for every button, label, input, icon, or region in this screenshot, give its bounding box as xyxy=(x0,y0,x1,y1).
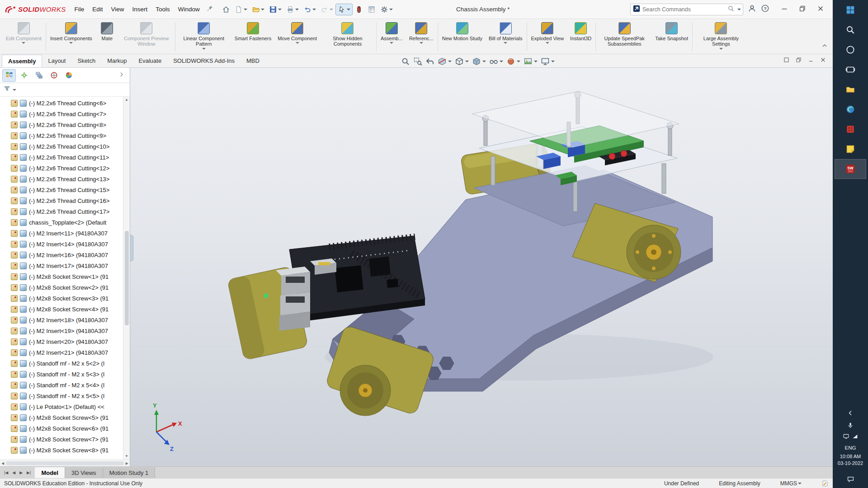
tree-item[interactable]: (-) M2 Insert<11> (94180A307 xyxy=(0,228,130,239)
edge-button[interactable] xyxy=(835,99,866,119)
menu-window[interactable]: Window xyxy=(174,4,204,15)
doc-restore-button[interactable] xyxy=(795,56,802,65)
tree-item[interactable]: (-) M2x8 Socket Screw<6> (91 xyxy=(0,423,130,434)
tree-item[interactable]: (-) M2.2x6 Thread Cutting<8> xyxy=(0,119,130,130)
filter-funnel-icon[interactable] xyxy=(3,85,11,94)
close-button[interactable] xyxy=(813,3,828,16)
view-orientation-button[interactable] xyxy=(455,57,469,66)
help-button[interactable]: ? xyxy=(761,4,769,14)
panel-flyout-arrow[interactable] xyxy=(116,70,127,80)
ribbon-smart-fasteners-button[interactable]: Smart Fasteners xyxy=(231,20,274,54)
menu-edit[interactable]: Edit xyxy=(88,4,107,15)
tree-item[interactable]: (-) M2x8 Socket Screw<7> (91 xyxy=(0,434,130,445)
tree-item[interactable]: (-) M2.2x6 Thread Cutting<17> xyxy=(0,206,130,217)
tree-item[interactable]: (-) M2 Insert<17> (94180A307 xyxy=(0,260,130,271)
tree-item[interactable]: (-) Le Potato<1> (Default) << xyxy=(0,401,130,412)
display-icon[interactable] xyxy=(843,433,849,441)
solidworks-app-button[interactable]: SW2022 xyxy=(835,159,866,179)
model-canvas[interactable]: Y X Z xyxy=(130,68,833,466)
tree-item[interactable]: (-) M2.2x6 Thread Cutting<9> xyxy=(0,130,130,141)
ribbon-collapse-icon[interactable] xyxy=(821,42,828,51)
tree-item[interactable]: (-) M2x8 Socket Screw<2> (91 xyxy=(0,282,130,293)
network-icon[interactable] xyxy=(852,433,859,441)
ribbon-bill-of-materials-button[interactable]: Bill of Materials xyxy=(486,20,526,54)
apply-scene-button[interactable] xyxy=(524,57,538,66)
tab-assembly[interactable]: Assembly xyxy=(2,55,42,67)
tab-markup[interactable]: Markup xyxy=(101,55,132,67)
menu-file[interactable]: File xyxy=(71,4,89,15)
file-properties-button[interactable] xyxy=(365,4,378,15)
search-icon[interactable] xyxy=(727,5,735,14)
tree-item[interactable]: (-) M2x8 Socket Screw<3> (91 xyxy=(0,293,130,304)
ribbon-update-speedpak-subassemblies-button[interactable]: Update SpeedPak Subassemblies xyxy=(597,20,652,54)
doc-close-button[interactable] xyxy=(820,56,826,65)
panel-splitter[interactable] xyxy=(130,235,133,261)
edit-appearance-button[interactable] xyxy=(506,57,520,66)
search-caret-icon[interactable] xyxy=(737,9,741,12)
notifications-icon[interactable] xyxy=(847,474,854,486)
tab-layout[interactable]: Layout xyxy=(42,55,71,67)
tree-item[interactable]: (-) M2 Insert<18> (94180A307 xyxy=(0,314,130,325)
units-selector[interactable]: MMGS xyxy=(780,480,802,487)
view-settings-button[interactable] xyxy=(541,57,555,66)
redo-button[interactable] xyxy=(318,4,335,15)
tree-item[interactable]: (-) Standoff mf - M2 x 5<4> (I xyxy=(0,380,130,390)
ribbon-instant3d-button[interactable]: Instant3D xyxy=(567,20,594,54)
hidden-icons-chevron[interactable] xyxy=(847,408,854,419)
zoom-area-button[interactable] xyxy=(413,57,422,66)
tree-item[interactable]: (-) M2.2x6 Thread Cutting<16> xyxy=(0,195,130,206)
tree-item[interactable]: (-) M2x8 Socket Screw<8> (91 xyxy=(0,445,130,455)
microphone-icon[interactable] xyxy=(847,421,854,432)
doc-nav-0[interactable]: |◀ xyxy=(2,470,10,475)
taskbar-search-button[interactable] xyxy=(835,20,866,40)
doc-minimize-button[interactable] xyxy=(807,56,814,65)
tree-item[interactable]: (-) Standoff mf - M2 x 5<2> (I xyxy=(0,358,130,369)
tree-item[interactable]: (-) M2.2x6 Thread Cutting<6> xyxy=(0,98,130,108)
tab-mbd[interactable]: MBD xyxy=(241,55,265,67)
ribbon-move-component-button[interactable]: Move Component xyxy=(274,20,320,54)
options-gear-button[interactable] xyxy=(378,4,395,15)
sticky-notes-button[interactable] xyxy=(835,139,866,159)
ribbon-new-motion-study-button[interactable]: New Motion Study xyxy=(439,20,486,54)
search-commands-box[interactable] xyxy=(630,4,743,15)
tab-solidworks-add-ins[interactable]: SOLIDWORKS Add-Ins xyxy=(167,55,241,67)
filter-caret-icon[interactable] xyxy=(13,89,16,93)
featuremanager-tree-tab[interactable] xyxy=(2,69,16,82)
doc-tab-motion-study-1[interactable]: Motion Study 1 xyxy=(103,467,156,478)
configurationmanager-tab[interactable] xyxy=(32,69,46,82)
windows-start-button[interactable] xyxy=(835,0,866,20)
file-explorer-button[interactable] xyxy=(835,80,866,99)
ribbon-mate-button[interactable]: Mate xyxy=(95,20,119,54)
tree-item[interactable]: (-) M2.2x6 Thread Cutting<13> xyxy=(0,174,130,184)
undo-button[interactable] xyxy=(301,4,318,15)
graphics-viewport[interactable]: Y X Z xyxy=(130,68,833,466)
tree-item[interactable]: (-) M2 Insert<20> (94180A307 xyxy=(0,336,130,347)
tab-evaluate[interactable]: Evaluate xyxy=(133,55,168,67)
ribbon-referenc-button[interactable]: Referenc... xyxy=(406,20,437,54)
tree-item[interactable]: (-) M2x8 Socket Screw<1> (91 xyxy=(0,271,130,282)
scrollbar-thumb[interactable] xyxy=(125,231,129,325)
rebuild-button[interactable] xyxy=(353,4,365,15)
tree-item[interactable]: (-) M2.2x6 Thread Cutting<10> xyxy=(0,141,130,152)
doc-tab-3d-views[interactable]: 3D Views xyxy=(65,467,103,478)
open-button[interactable] xyxy=(250,4,267,15)
acrylic-plate[interactable] xyxy=(472,91,679,147)
dimxpertmanager-tab[interactable] xyxy=(47,69,61,82)
select-cursor-button[interactable] xyxy=(335,4,353,15)
ribbon-linear-component-pattern-button[interactable]: Linear Component Pattern xyxy=(176,20,231,54)
tree-item[interactable]: (-) M2.2x6 Thread Cutting<7> xyxy=(0,108,130,119)
tree-item[interactable]: (-) Standoff mf - M2 x 5<5> (I xyxy=(0,390,130,401)
clock[interactable]: 10:08 AM 03-10-2022 xyxy=(838,453,863,467)
hscrollbar-thumb[interactable] xyxy=(6,461,124,465)
tree-item[interactable]: (-) M2 Insert<19> (94180A307 xyxy=(0,325,130,336)
previous-view-button[interactable] xyxy=(425,57,434,66)
print-button[interactable] xyxy=(284,4,301,15)
menu-pin-button[interactable] xyxy=(204,4,216,14)
doc-nav-1[interactable]: ◀ xyxy=(10,470,17,475)
ribbon-assemb-button[interactable]: Assemb... xyxy=(377,20,406,54)
doc-nav-2[interactable]: ▶ xyxy=(18,470,24,475)
restore-button[interactable] xyxy=(795,3,810,16)
scroll-left-arrow[interactable]: ◀ xyxy=(1,461,4,465)
tree-item[interactable]: (-) M2x8 Socket Screw<4> (91 xyxy=(0,304,130,314)
task-view-button[interactable] xyxy=(835,60,866,80)
